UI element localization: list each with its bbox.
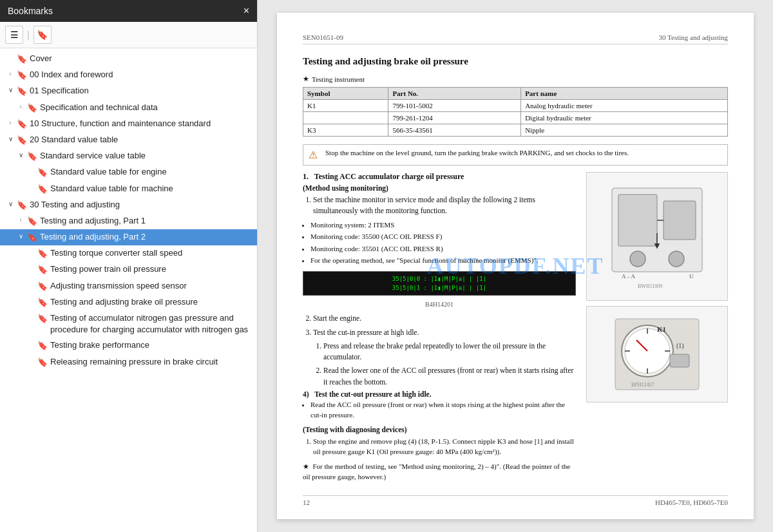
tree-item-structure[interactable]: › 🔖 10 Structure, function and maintenan…: [0, 116, 257, 132]
warning-text: Stop the machine on the level ground, tu…: [325, 149, 629, 157]
tree-label-stdval-engine: Standard value table for engine: [50, 166, 252, 178]
svg-text:BPH12457: BPH12457: [631, 382, 654, 388]
svg-text:(1): (1): [676, 342, 684, 350]
table-cell-partno: 566-35-43561: [388, 124, 521, 137]
svg-text:K1: K1: [657, 325, 666, 333]
footer-page: 12: [303, 499, 310, 506]
list-item: Monitoring code: 35500 (ACC OIL PRESS F): [310, 231, 576, 242]
bookmark-icon: 🔖: [17, 199, 27, 211]
table-cell-symbol: K1: [303, 100, 388, 112]
tree-item-stdval-machine[interactable]: 🔖 Standard value table for machine: [0, 181, 257, 197]
tree-toggle: [26, 296, 36, 297]
tree-item-transmission[interactable]: 🔖 Adjusting transmission speed sensor: [0, 278, 257, 294]
tree-item-index[interactable]: › 🔖 00 Index and foreword: [0, 67, 257, 83]
tree-item-powertrain[interactable]: 🔖 Testing power train oil pressure: [0, 261, 257, 278]
doc-header-right: 30 Testing and adjusting: [659, 33, 729, 41]
star-icon2: ★: [303, 462, 309, 470]
monitor-line2: 35|5|0|1 : |1▮|M|P|a| | |1|: [307, 283, 571, 292]
table-header-symbol: Symbol: [303, 88, 388, 100]
bookmark-icon: 🔖: [37, 356, 48, 368]
list-item: Test the cut-in pressure at high idle. P…: [313, 327, 576, 388]
table-row: K1 799-101-5002 Analog hydraulic meter: [303, 100, 728, 112]
footer-model: HD465-7E0, HD605-7E0: [655, 499, 728, 506]
method-label: (Method using monitoring): [303, 184, 576, 192]
svg-point-5: [669, 251, 684, 267]
tree-item-brake-oil[interactable]: 🔖 Testing and adjusting brake oil pressu…: [0, 294, 257, 310]
list-item: Monitoring system: 2 ITEMS: [310, 220, 576, 231]
tree-toggle: [26, 280, 36, 281]
tree-item-stdval[interactable]: ∨ 🔖 20 Standard value table: [0, 132, 257, 148]
tree-label-testing30: 30 Testing and adjusting: [30, 199, 252, 211]
bookmark-icon: 🔖: [37, 247, 48, 260]
pressure-gauge-svg: K1 (1) BPH12457: [612, 316, 702, 393]
doc-header: SEN01651-09 30 Testing and adjusting: [303, 33, 728, 44]
tree-label-stdval-svc: Standard service value table: [40, 150, 252, 162]
tree-item-testing30[interactable]: ∨ 🔖 30 Testing and adjusting: [0, 197, 257, 213]
sidebar-toolbar: ☰ | 🔖: [0, 22, 257, 48]
warning-box: ⚠ Stop the machine on the level ground, …: [303, 144, 728, 166]
table-cell-partname: Nipple: [521, 124, 728, 137]
table-header-partname: Part name: [521, 88, 728, 100]
close-icon[interactable]: ×: [243, 5, 249, 17]
tree-label-structure: 10 Structure, function and maintenance s…: [30, 118, 252, 129]
tree-item-stdval-engine[interactable]: 🔖 Standard value table for engine: [0, 164, 257, 180]
tree-item-accumulator[interactable]: 🔖 Testing of accumulator nitrogen gas pr…: [0, 310, 257, 337]
tree-toggle: ∨: [5, 85, 15, 95]
table-cell-partname: Digital hydraulic meter: [521, 112, 728, 124]
toolbar-menu-button[interactable]: ☰: [5, 26, 23, 44]
tree-label-testing-p1: Testing and adjusting, Part 1: [40, 215, 252, 227]
tree-label-brake-perf: Testing brake performance: [50, 339, 252, 351]
tree-label-index: 00 Index and foreword: [30, 69, 252, 81]
instrument-table: Symbol Part No. Part name K1 799-101-500…: [303, 87, 728, 137]
tree-item-spec[interactable]: ∨ 🔖 01 Specification: [0, 83, 257, 99]
svg-text:A – A: A – A: [622, 273, 636, 280]
tree-label-cover: Cover: [30, 53, 252, 64]
bookmarks-title: Bookmarks: [8, 6, 53, 16]
bookmark-icon: 🔖: [37, 280, 48, 292]
bookmark-icon: 🔖: [17, 118, 27, 130]
star-label: ★ Testing instrument: [303, 75, 728, 83]
tree-toggle: [26, 263, 36, 264]
table-cell-partno: 799-101-5002: [388, 100, 521, 112]
tree-item-torque[interactable]: 🔖 Testing torque converter stall speed: [0, 245, 257, 261]
list-item: Read the lower one of the ACC oil pressu…: [323, 365, 576, 388]
list-item: Set the machine monitor in service mode …: [313, 195, 576, 217]
star-icon: ★: [303, 75, 309, 83]
step4-title: 4) Test the cut-out pressure at high idl…: [303, 390, 576, 398]
monitor-line1: 35|5|0|0 : |1▮|M|P|a| | |1|: [307, 274, 571, 283]
svg-text:BWH11009: BWH11009: [638, 283, 662, 289]
tree-label-torque: Testing torque converter stall speed: [50, 247, 252, 259]
tree-label-stdval: 20 Standard value table: [30, 134, 252, 146]
warning-icon: ⚠: [309, 149, 321, 161]
machine-diagram-svg: A – A U BWH11009: [606, 182, 709, 291]
list-item: Read the ACC oil pressure (front or rear…: [310, 399, 576, 421]
tree-toggle: ∨: [15, 150, 26, 160]
col-right: A – A U BWH11009: [586, 172, 728, 482]
toolbar-bookmark-button[interactable]: 🔖: [33, 26, 52, 44]
machine-diagram-image: A – A U BWH11009: [586, 172, 728, 301]
tree-item-brake-perf[interactable]: 🔖 Testing brake performance: [0, 337, 257, 354]
doc-section-title: Testing and adjusting brake oil pressure: [303, 56, 728, 67]
bookmark-icon: 🔖: [17, 134, 27, 146]
tree-item-testing-p2[interactable]: ∨ 🔖 Testing and adjusting, Part 2: [0, 229, 257, 245]
tree-label-testing-p2: Testing and adjusting, Part 2: [40, 231, 252, 243]
tree-toggle: [26, 166, 36, 167]
table-cell-symbol: [303, 112, 388, 124]
svg-rect-1: [618, 195, 657, 246]
tree-item-stdval-svc[interactable]: ∨ 🔖 Standard service value table: [0, 148, 257, 164]
bookmark-icon: 🔖: [27, 150, 37, 162]
note-text: ★ For the method of testing, see "Method…: [303, 461, 576, 482]
tree-toggle: ∨: [15, 231, 26, 241]
list-item: Start the engine.: [313, 313, 576, 324]
col-left: 1. Testing ACC accumulator charge oil pr…: [303, 172, 576, 482]
bookmark-icon: 🔖: [37, 183, 48, 195]
table-row: 799-261-1204 Digital hydraulic meter: [303, 112, 728, 124]
tree-item-spec-tech[interactable]: › 🔖 Specification and technical data: [0, 100, 257, 116]
list-item: Press and release the brake pedal repeat…: [323, 341, 576, 363]
tree-toggle: [26, 312, 36, 313]
tree-item-cover[interactable]: 🔖 Cover: [0, 51, 257, 67]
tree-item-releasing[interactable]: 🔖 Releasing remaining pressure in brake …: [0, 354, 257, 370]
monitoring-items: Monitoring system: 2 ITEMS Monitoring co…: [310, 220, 576, 266]
testing-diag-steps: Stop the engine and remove plug (4) (18,…: [313, 436, 576, 457]
tree-item-testing-p1[interactable]: › 🔖 Testing and adjusting, Part 1: [0, 213, 257, 229]
